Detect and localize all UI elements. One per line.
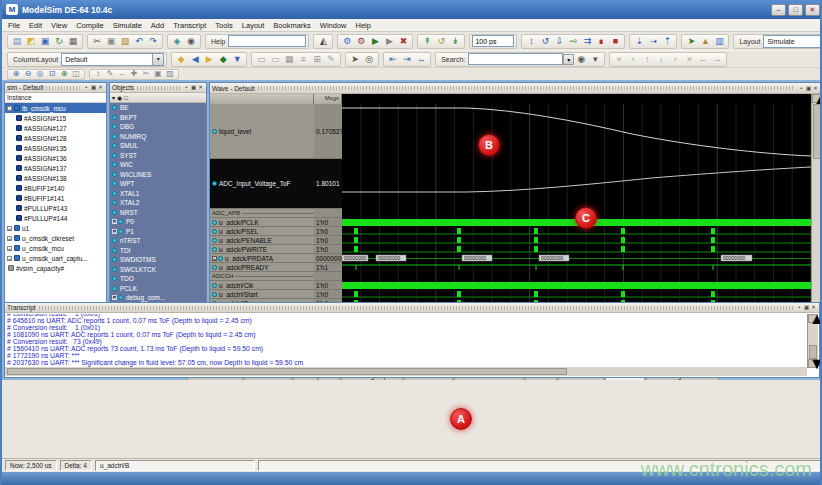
tree-item--pullup-143[interactable]: #PULLUP#143	[5, 203, 106, 213]
up-small-icon[interactable]: ↑	[641, 53, 654, 66]
object-item-wiclines[interactable]: WICLINES	[110, 170, 206, 180]
scroll-thumb[interactable]	[813, 104, 822, 159]
wave-signal-u-adctrl-start[interactable]: u_adctrl/Start	[210, 290, 314, 299]
cursor-mode-icon[interactable]: ↕	[93, 69, 104, 79]
sort-icon[interactable]: □	[124, 95, 128, 101]
object-item-dbg[interactable]: DBG	[110, 122, 206, 132]
close-panel-icon[interactable]: ✕	[197, 84, 204, 91]
maximize-button[interactable]: □	[788, 4, 803, 16]
menu-transcript[interactable]: Transcript	[173, 21, 206, 30]
search-options-icon[interactable]: ▾	[589, 53, 602, 66]
tree-item--pullup-144[interactable]: #PULLUP#144	[5, 213, 106, 223]
object-item-swclktck[interactable]: SWCLKTCK	[110, 265, 206, 275]
object-item-wic[interactable]: WIC	[110, 160, 206, 170]
instance-column-header[interactable]: Instance	[5, 93, 106, 103]
object-item-swdiotms[interactable]: SWDIOTMS	[110, 255, 206, 265]
run-length-spin-icon[interactable]: ↕	[525, 35, 538, 48]
tree-item--bufif1-141[interactable]: #BUFIF1#141	[5, 193, 106, 203]
copy-wave-icon[interactable]: ▣	[153, 69, 164, 79]
wave-divider-adcch[interactable]: ADCCH	[210, 272, 314, 281]
object-item-nrst[interactable]: NRST	[110, 208, 206, 218]
filter-icon[interactable]: ▾	[112, 94, 115, 101]
expander-icon[interactable]: +	[7, 256, 12, 261]
columnlayout-select[interactable]: Default▾	[61, 53, 164, 66]
stretch-mode-icon[interactable]: ↔	[117, 69, 128, 79]
expander-icon[interactable]: -	[7, 106, 12, 111]
tree-item-tb-cmsdk-mcu[interactable]: -tb_cmsdk_mcu	[5, 103, 106, 113]
menu-view[interactable]: View	[51, 21, 67, 30]
expander-icon[interactable]: +	[112, 295, 117, 300]
help-input[interactable]	[228, 35, 306, 47]
open-folder-icon[interactable]: ◩	[25, 35, 38, 48]
add-cursor-icon[interactable]: ◆	[175, 53, 188, 66]
wave-signal-u-adck-prdata[interactable]: +u_adck/PRDATA	[210, 254, 314, 263]
transcript-header[interactable]: Transcript ▪ ▣ ✕	[5, 303, 819, 313]
step-into-icon[interactable]: ⇣	[633, 35, 646, 48]
next-page-icon[interactable]: ›	[669, 53, 682, 66]
tree-item--assign-127[interactable]: #ASSIGN#127	[5, 123, 106, 133]
float-icon[interactable]: ▣	[90, 84, 97, 91]
sim-panel-header[interactable]: sim - Default ▪ ▣ ✕	[5, 83, 106, 93]
object-item-numirq[interactable]: NUMIRQ	[110, 132, 206, 142]
step-over-icon[interactable]: ⇢	[647, 35, 660, 48]
view-filter-icon[interactable]: ◉	[117, 94, 122, 101]
first-page-icon[interactable]: «	[613, 53, 626, 66]
tree-item-u-cmsdk-mcu[interactable]: +u_cmsdk_mcu	[5, 243, 106, 253]
zoom-tool-icon[interactable]: ◎	[363, 53, 376, 66]
chevron-down-icon[interactable]: ▾	[563, 54, 574, 65]
name-column-header[interactable]	[210, 94, 314, 104]
add-wave-icon[interactable]: ◀	[189, 53, 202, 66]
pin-icon[interactable]: ▪	[83, 84, 90, 91]
cursor-lock-icon[interactable]: ▭	[255, 53, 268, 66]
tree-item--assign-138[interactable]: #ASSIGN#138	[5, 173, 106, 183]
tree-item-u-cmsdk-uart-captu-[interactable]: +u_cmsdk_uart_captu...	[5, 253, 106, 263]
drag-handle[interactable]	[137, 86, 180, 90]
tree-item--vsim-capacity-[interactable]: #vsim_capacity#	[5, 263, 106, 273]
transcript-vscrollbar[interactable]: ▲ ▼	[807, 314, 818, 368]
wave-signal-u-adck-pclk[interactable]: u_adck/PCLK	[210, 218, 314, 227]
wave-panel-header[interactable]: Wave - Default ▪ ▣ ✕	[210, 83, 821, 94]
insert-row-icon[interactable]: ≡	[297, 53, 310, 66]
object-item-p1[interactable]: +P1	[110, 227, 206, 237]
menu-simulate[interactable]: Simulate	[113, 21, 142, 30]
tree-item-u1[interactable]: +u1	[5, 223, 106, 233]
msgs-column-header[interactable]: Msgs	[314, 94, 342, 104]
break-run-icon[interactable]: ∎	[595, 35, 608, 48]
wave-signal-u-adck-pready[interactable]: u_adck/PREADY	[210, 263, 314, 272]
menu-window[interactable]: Window	[320, 21, 347, 30]
chevron-down-icon[interactable]: ▾	[152, 54, 163, 65]
wave-signal-u-adck-psel[interactable]: u_adck/PSEL	[210, 227, 314, 236]
simulate-options-icon[interactable]: ▶	[383, 35, 396, 48]
object-item-pclk[interactable]: PCLK	[110, 284, 206, 294]
zoom-in-active-icon[interactable]: ⊕	[59, 69, 70, 79]
prev-page-icon[interactable]: ‹	[627, 53, 640, 66]
wave-signal-adc-input-voltage-tof[interactable]: ADC_Input_Voltage_ToF	[210, 159, 314, 209]
cursor-unlock-icon[interactable]: ▭	[269, 53, 282, 66]
object-item-wpt[interactable]: WPT	[110, 179, 206, 189]
add-group-icon[interactable]: ◆	[217, 53, 230, 66]
pin-icon[interactable]: ▪	[796, 304, 803, 311]
add-region-icon[interactable]: ▼	[231, 53, 244, 66]
draw-tool-icon[interactable]: ✎	[325, 53, 338, 66]
object-item-smul[interactable]: SMUL	[110, 141, 206, 151]
edit-grid-icon[interactable]: ▦	[283, 53, 296, 66]
left-small-icon[interactable]: ←	[697, 53, 710, 66]
object-item-xtal2[interactable]: XTAL2	[110, 198, 206, 208]
object-item-be[interactable]: BE	[110, 103, 206, 113]
align-tool-icon[interactable]: ⊞	[311, 53, 324, 66]
object-item-syst[interactable]: SYST	[110, 151, 206, 161]
object-item-bkpt[interactable]: BKPT	[110, 113, 206, 123]
search-exec-icon[interactable]: ◉	[575, 53, 588, 66]
pin-icon[interactable]: ▪	[798, 85, 805, 92]
cut-wave-icon[interactable]: ✂	[141, 69, 152, 79]
float-icon[interactable]: ▣	[190, 84, 197, 91]
select-tool-icon[interactable]: ➤	[349, 53, 362, 66]
wave-signal-u-adck-pwrite[interactable]: u_adck/PWRITE	[210, 245, 314, 254]
tree-item-u-cmsdk-clkreset[interactable]: +u_cmsdk_clkreset	[5, 233, 106, 243]
run-all-icon[interactable]: ⇉	[581, 35, 594, 48]
tree-item--assign-128[interactable]: #ASSIGN#128	[5, 133, 106, 143]
scroll-thumb[interactable]	[7, 368, 567, 375]
restart-icon[interactable]: ↺	[539, 35, 552, 48]
last-page-icon[interactable]: »	[683, 53, 696, 66]
tree-item--assign-136[interactable]: #ASSIGN#136	[5, 153, 106, 163]
